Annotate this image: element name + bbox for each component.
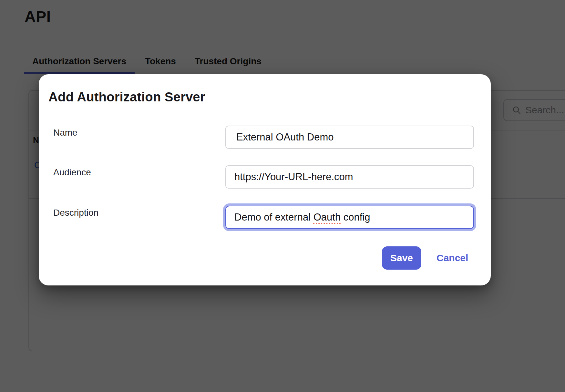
add-authorization-server-modal: Add Authorization Server Name Audience D… — [39, 74, 491, 285]
audience-label: Audience — [53, 167, 91, 178]
description-text-after: config — [341, 211, 370, 223]
description-label: Description — [53, 208, 98, 218]
name-label: Name — [53, 128, 77, 138]
cancel-button[interactable]: Cancel — [437, 246, 468, 270]
description-text-before: Demo of external — [234, 211, 313, 223]
audience-field[interactable] — [225, 165, 474, 189]
save-button[interactable]: Save — [382, 246, 421, 270]
description-text-misspelled: Oauth — [313, 211, 341, 223]
description-field[interactable]: Demo of external Oauth config — [225, 206, 474, 229]
modal-title: Add Authorization Server — [48, 90, 205, 104]
name-field[interactable] — [225, 126, 474, 149]
